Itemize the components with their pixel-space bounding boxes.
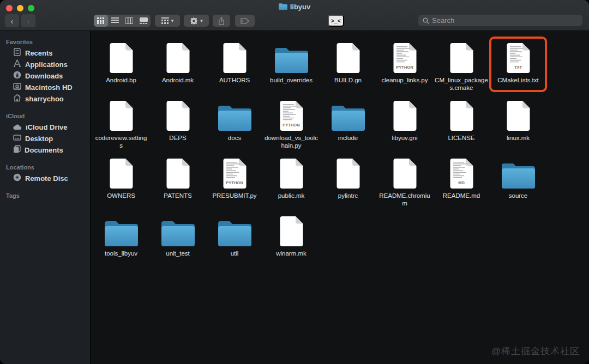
file-icon: MD — [449, 155, 474, 189]
file-icon: PYTHON — [393, 40, 417, 74]
navigation-buttons: ‹ › — [5, 14, 35, 27]
sidebar-section-label: Favorites — [0, 35, 90, 47]
file-icon: PYTHON — [223, 155, 247, 189]
hard-drive-icon — [13, 82, 21, 93]
file-name-label: include — [338, 134, 358, 142]
group-by-button[interactable]: ▾ — [155, 15, 180, 27]
desktop-icon — [13, 134, 21, 144]
file-item[interactable]: util — [206, 211, 263, 269]
file-icon — [166, 98, 190, 131]
file-item[interactable]: docs — [206, 95, 263, 153]
file-item[interactable]: tools_libyuv — [93, 211, 149, 269]
sidebar-item-recents[interactable]: Recents — [0, 47, 90, 59]
sidebar-section-label: Tags — [0, 189, 90, 201]
file-item[interactable]: PYTHON download_vs_toolchain.py — [263, 95, 320, 153]
file-name-label: public.mk — [278, 192, 305, 199]
back-icon: ‹ — [11, 16, 14, 26]
search-input[interactable] — [432, 16, 578, 25]
go2shell-terminal-button[interactable]: >_< — [328, 15, 344, 27]
file-item[interactable]: MD README.md — [433, 153, 490, 211]
file-item[interactable]: source — [490, 153, 546, 211]
file-icon — [336, 40, 360, 74]
file-name-label: build_overrides — [270, 76, 312, 84]
action-menu-button[interactable]: ▾ — [184, 15, 209, 27]
file-item[interactable]: TXT CMakeLists.txt — [490, 38, 546, 95]
chevron-down-icon: ▾ — [171, 18, 174, 23]
file-item[interactable]: AUTHORS — [206, 38, 263, 95]
sidebar-item-remote-disc[interactable]: Remote Disc — [0, 173, 90, 184]
file-item[interactable]: DEPS — [149, 95, 206, 153]
sidebar-item-macintosh-hd[interactable]: Macintosh HD — [0, 82, 90, 93]
sidebar-item-applications[interactable]: Applications — [0, 59, 90, 70]
file-icon — [393, 155, 417, 189]
toolbar: ‹ › — [0, 14, 589, 28]
file-item[interactable]: PYTHON cleanup_links.py — [376, 38, 433, 95]
file-name-label: LICENSE — [448, 134, 474, 142]
file-name-label: pylintrc — [338, 192, 358, 199]
finder-window: libyuv ‹ › — [0, 0, 589, 364]
file-icon — [336, 155, 360, 189]
file-item[interactable]: BUILD.gn — [320, 38, 376, 95]
forward-icon: › — [27, 16, 30, 26]
share-button[interactable] — [213, 15, 230, 27]
file-item[interactable]: OWNERS — [93, 153, 149, 211]
file-item[interactable]: codereview.settings — [93, 95, 149, 153]
search-field — [418, 15, 582, 26]
sidebar-item-desktop[interactable]: Desktop — [0, 133, 90, 144]
file-item[interactable]: Android.bp — [93, 38, 149, 95]
sidebar-item-label: Downloads — [25, 72, 63, 80]
file-name-label: OWNERS — [107, 192, 135, 199]
file-name-label: linux.mk — [507, 134, 530, 142]
file-item[interactable]: pylintrc — [320, 153, 376, 211]
view-as-columns-button[interactable] — [122, 15, 136, 27]
file-name-label: libyuv.gni — [392, 134, 417, 142]
back-button[interactable]: ‹ — [5, 14, 19, 27]
file-item[interactable]: PATENTS — [149, 153, 206, 211]
view-as-list-button[interactable] — [108, 15, 122, 27]
sidebar-item-label: Desktop — [25, 135, 53, 143]
file-item[interactable]: winarm.mk — [263, 211, 320, 269]
file-icon — [449, 40, 474, 74]
tag-button[interactable] — [235, 15, 255, 27]
file-item[interactable]: PYTHON PRESUBMIT.py — [206, 153, 263, 211]
file-item[interactable]: build_overrides — [263, 38, 320, 95]
file-icon: PYTHON — [279, 98, 304, 131]
sidebar-section-label: Locations — [0, 161, 90, 173]
sidebar-item-icloud-drive[interactable]: iCloud Drive — [0, 122, 90, 133]
group-icon — [161, 17, 169, 24]
file-item[interactable]: LICENSE — [433, 95, 490, 153]
view-as-gallery-button[interactable] — [136, 15, 151, 27]
cloud-icon — [13, 123, 22, 132]
file-grid: Android.bp Android.mk AUTHORS build_over… — [91, 31, 589, 269]
sidebar-item-documents[interactable]: Documents — [0, 144, 90, 156]
svg-text:PYTHON: PYTHON — [283, 123, 299, 128]
sidebar-section-label: iCloud — [0, 110, 90, 122]
file-icon — [449, 98, 474, 131]
file-item[interactable]: CM_linux_packages.cmake — [433, 38, 490, 95]
file-icon — [506, 98, 531, 131]
file-item[interactable]: include — [320, 95, 376, 153]
view-as-icons-button[interactable] — [94, 15, 108, 27]
file-item[interactable]: README.chromium — [376, 153, 433, 211]
folder-icon — [218, 98, 252, 131]
file-icon — [109, 40, 134, 74]
sidebar-item-downloads[interactable]: Downloads — [0, 70, 90, 82]
file-item[interactable]: public.mk — [263, 153, 320, 211]
file-icon — [223, 40, 247, 74]
file-item[interactable]: linux.mk — [490, 95, 546, 153]
file-item[interactable]: unit_test — [149, 211, 206, 269]
view-switcher — [94, 15, 151, 27]
downloads-icon — [13, 71, 21, 81]
forward-button[interactable]: › — [21, 14, 35, 27]
sidebar-item-sharrychoo[interactable]: sharrychoo — [0, 93, 90, 105]
disc-icon — [13, 173, 21, 184]
file-name-label: source — [509, 192, 528, 199]
file-item[interactable]: Android.mk — [149, 38, 206, 95]
window-title: libyuv — [0, 2, 589, 11]
file-item[interactable]: libyuv.gni — [376, 95, 433, 153]
svg-text:PYTHON: PYTHON — [396, 65, 413, 70]
grid-view-icon — [97, 17, 105, 24]
watermark-text: @稀土掘金技术社区 — [491, 345, 580, 357]
sidebar-section: iCloud iCloud Drive Desktop Documents — [0, 110, 90, 156]
file-name-label: unit_test — [166, 250, 189, 257]
